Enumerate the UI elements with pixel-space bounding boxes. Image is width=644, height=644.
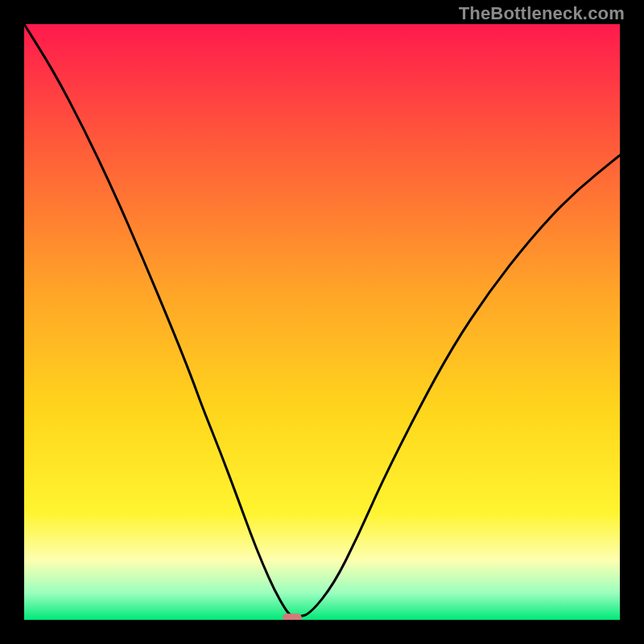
min-indicator bbox=[283, 613, 302, 620]
markers-group bbox=[283, 613, 302, 620]
bottleneck-chart bbox=[24, 24, 620, 620]
chart-frame bbox=[24, 24, 620, 620]
gradient-background bbox=[24, 24, 620, 620]
chart-page: TheBottleneck.com bbox=[0, 0, 644, 644]
watermark-text: TheBottleneck.com bbox=[459, 3, 625, 24]
